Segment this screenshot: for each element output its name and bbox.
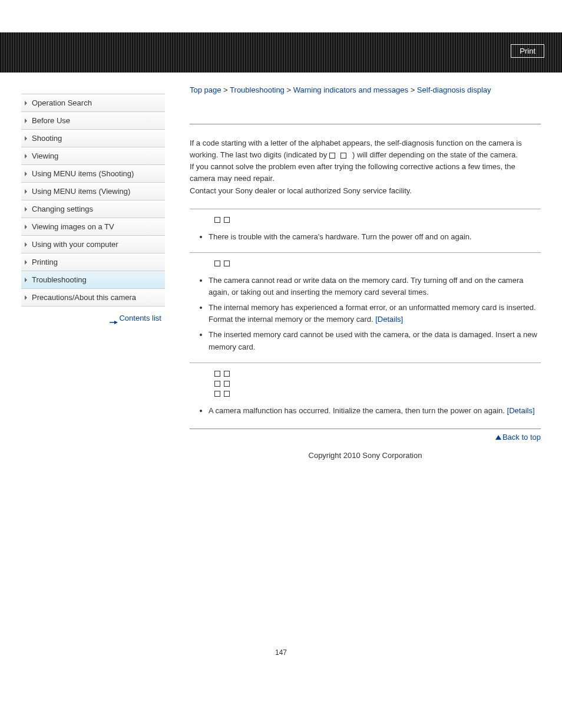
header-bar: Print [0, 32, 562, 73]
bullet-list: A camera malfunction has occurred. Initi… [190, 405, 541, 417]
details-link[interactable]: [Details] [375, 315, 403, 324]
sidebar-item-label: Viewing images on a TV [32, 222, 114, 231]
contents-list-label: Contents list [119, 314, 161, 322]
sidebar-item[interactable]: Viewing images on a TV [21, 218, 165, 236]
intro-text: If a code starting with a letter of the … [190, 137, 541, 197]
breadcrumb-link[interactable]: Warning indicators and messages [293, 85, 408, 94]
details-link[interactable]: [Details] [507, 406, 535, 415]
code-line [214, 379, 541, 388]
placeholder-square-icon [340, 153, 346, 159]
bullet-item: A camera malfunction has occurred. Initi… [209, 405, 541, 417]
contents-list-link[interactable]: Contents list [21, 307, 165, 322]
copyright-text: Copyright 2010 Sony Corporation [190, 451, 541, 460]
bullet-text: The inserted memory card cannot be used … [209, 330, 537, 351]
breadcrumb-link[interactable]: Troubleshooting [230, 85, 285, 94]
breadcrumb-separator: > [285, 85, 293, 94]
sidebar-item[interactable]: Using with your computer [21, 236, 165, 253]
bullet-text: The internal memory has experienced a fo… [209, 303, 536, 324]
svg-marker-1 [114, 321, 118, 324]
code-line [214, 259, 541, 268]
breadcrumb: Top page > Troubleshooting > Warning ind… [190, 85, 541, 94]
bullet-text: There is trouble with the camera's hardw… [209, 232, 472, 241]
bullet-text: A camera malfunction has occurred. Initi… [209, 406, 507, 415]
print-button[interactable]: Print [511, 44, 544, 58]
sidebar-item-label: Operation Search [32, 98, 92, 107]
placeholder-square-icon [214, 391, 220, 397]
sidebar-item[interactable]: Precautions/About this camera [21, 289, 165, 307]
placeholder-square-icon [224, 371, 230, 377]
bullet-list: There is trouble with the camera's hardw… [190, 231, 541, 243]
placeholder-square-icon [214, 371, 220, 377]
bullet-list: The camera cannot read or write data on … [190, 275, 541, 353]
sidebar-item[interactable]: Shooting [21, 130, 165, 147]
placeholder-square-icon [214, 381, 220, 387]
bullet-item: The camera cannot read or write data on … [209, 275, 541, 298]
placeholder-square-icon [224, 381, 230, 387]
main-content: Top page > Troubleshooting > Warning ind… [165, 73, 541, 460]
sidebar-item[interactable]: Using MENU items (Viewing) [21, 183, 165, 200]
sidebar-item[interactable]: Changing settings [21, 200, 165, 218]
breadcrumb-separator: > [222, 85, 230, 94]
bullet-item: The internal memory has experienced a fo… [209, 302, 541, 325]
code-line [214, 369, 541, 378]
placeholder-square-icon [224, 261, 230, 266]
sidebar-item[interactable]: Before Use [21, 112, 165, 130]
breadcrumb-link[interactable]: Self-diagnosis display [417, 85, 491, 94]
sidebar-item-label: Using MENU items (Viewing) [32, 187, 130, 196]
breadcrumb-separator: > [408, 85, 417, 94]
sidebar-item-label: Precautions/About this camera [32, 293, 136, 302]
divider [190, 124, 541, 124]
sidebar-item-label: Before Use [32, 116, 70, 125]
sidebar-item[interactable]: Using MENU items (Shooting) [21, 165, 165, 183]
intro-p2: If you cannot solve the problem even aft… [190, 162, 515, 183]
triangle-up-icon [495, 435, 501, 440]
code-section: There is trouble with the camera's hardw… [190, 209, 541, 243]
sidebar-item-label: Using with your computer [32, 240, 118, 249]
sidebar-item-label: Troubleshooting [32, 275, 87, 284]
sidebar-item[interactable]: Printing [21, 253, 165, 271]
placeholder-square-icon [214, 217, 220, 223]
placeholder-square-icon [224, 391, 230, 397]
sidebar-item[interactable]: Operation Search [21, 94, 165, 112]
arrow-right-icon [110, 317, 118, 321]
page-number: 147 [0, 648, 562, 657]
placeholder-square-icon [224, 217, 230, 223]
placeholder-square-icon [329, 153, 335, 159]
intro-p3: Contact your Sony dealer or local author… [190, 186, 412, 195]
sidebar-item-label: Using MENU items (Shooting) [32, 169, 134, 178]
code-line [214, 389, 541, 398]
sidebar-item-label: Printing [32, 258, 58, 266]
bullet-text: The camera cannot read or write data on … [209, 276, 523, 297]
back-to-top-link[interactable]: Back to top [190, 429, 541, 442]
sidebar-item[interactable]: Troubleshooting [21, 271, 165, 289]
sidebar: Operation SearchBefore UseShootingViewin… [21, 73, 165, 460]
placeholder-square-icon [214, 261, 220, 266]
code-section: A camera malfunction has occurred. Initi… [190, 363, 541, 417]
sidebar-item-label: Viewing [32, 151, 58, 160]
bullet-item: The inserted memory card cannot be used … [209, 329, 541, 353]
sidebar-item-label: Changing settings [32, 205, 93, 213]
breadcrumb-link[interactable]: Top page [190, 85, 222, 94]
intro-p1b: ) will differ depending on the state of … [352, 150, 518, 159]
bullet-item: There is trouble with the camera's hardw… [209, 231, 541, 243]
sidebar-item[interactable]: Viewing [21, 147, 165, 165]
code-line [214, 215, 541, 224]
sidebar-item-label: Shooting [32, 134, 62, 143]
code-section: The camera cannot read or write data on … [190, 252, 541, 353]
back-to-top-label: Back to top [503, 433, 541, 442]
